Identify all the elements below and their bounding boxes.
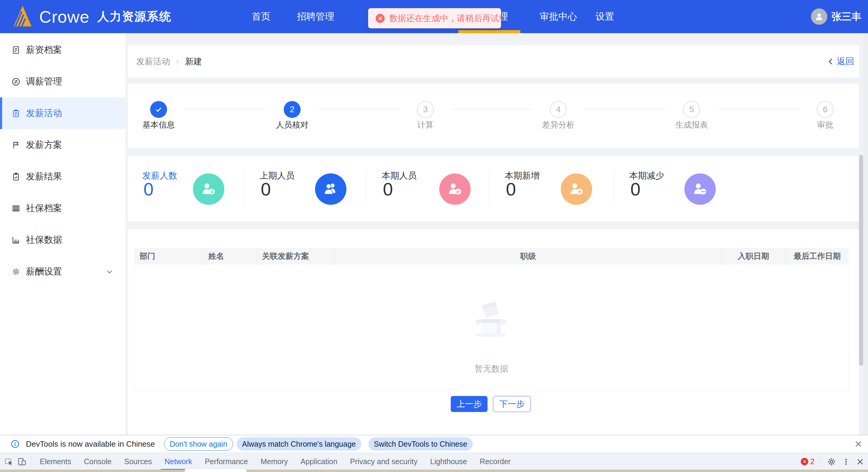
tab-network[interactable]: Network bbox=[158, 453, 199, 470]
next-step-button[interactable]: 下一步 bbox=[493, 396, 531, 412]
user-name: 张三丰 bbox=[832, 10, 861, 24]
sidebar-item-salary-adjust[interactable]: 调薪管理 bbox=[0, 66, 125, 97]
switch-to-chinese-button[interactable]: Switch DevTools to Chinese bbox=[368, 437, 473, 450]
inspect-element-icon[interactable] bbox=[4, 457, 13, 466]
sidebar-item-payroll-result[interactable]: 发薪结果 bbox=[0, 161, 125, 193]
step-5-circle: 5 bbox=[683, 101, 700, 118]
step-connector bbox=[585, 109, 665, 110]
breadcrumb-current: 新建 bbox=[185, 56, 202, 67]
binders-icon bbox=[11, 204, 21, 213]
steps-card: 基本信息 2 人员核对 3 计算 4 差异分析 5 生成报表 6 审批 bbox=[128, 84, 859, 148]
step-connector bbox=[185, 109, 266, 110]
tab-application[interactable]: Application bbox=[294, 453, 344, 470]
sidebar-item-salary-settings[interactable]: 薪酬设置 bbox=[0, 256, 125, 288]
person-plus-icon bbox=[561, 173, 592, 205]
step-connector bbox=[718, 109, 799, 110]
breadcrumb-parent[interactable]: 发薪活动 bbox=[136, 56, 170, 67]
step-1-circle bbox=[150, 101, 167, 118]
match-language-button[interactable]: Always match Chrome's language bbox=[237, 437, 361, 450]
bottom-popup-edge bbox=[185, 468, 247, 472]
tab-memory[interactable]: Memory bbox=[254, 453, 294, 470]
empty-box-illustration bbox=[470, 302, 513, 338]
gear-icon bbox=[11, 267, 21, 276]
bar-chart-icon bbox=[11, 236, 21, 244]
step-4-circle: 4 bbox=[550, 101, 567, 118]
sidebar-item-social-archive[interactable]: 社保档案 bbox=[0, 193, 125, 224]
sidebar: 薪资档案 调薪管理 发薪活动 发薪方案 发薪结果 社保档案 社保数 bbox=[0, 33, 125, 435]
tab-sources[interactable]: Sources bbox=[118, 453, 158, 470]
tab-performance[interactable]: Performance bbox=[198, 453, 254, 470]
devtools-infobar: DevTools is now available in Chinese Don… bbox=[0, 435, 868, 453]
info-icon bbox=[11, 440, 19, 448]
back-button[interactable]: 返回 bbox=[827, 45, 854, 78]
tab-console[interactable]: Console bbox=[78, 453, 118, 470]
devtools-panel: DevTools is now available in Chinese Don… bbox=[0, 435, 868, 472]
device-toolbar-icon[interactable] bbox=[18, 457, 27, 466]
avatar bbox=[811, 8, 827, 25]
person-minus-icon bbox=[684, 173, 716, 205]
scrollbar-thumb[interactable] bbox=[859, 155, 863, 366]
step-connector bbox=[452, 109, 532, 110]
toast-error: 数据还在生成中，请稍后再试! bbox=[368, 8, 501, 28]
sidebar-item-payroll-activity[interactable]: 发薪活动 bbox=[0, 97, 125, 129]
error-count-badge[interactable]: 2 bbox=[801, 457, 815, 466]
stat-value: 0 bbox=[630, 179, 640, 200]
column-header-hire-date[interactable]: 入职日期 bbox=[721, 248, 786, 265]
bottom-strip bbox=[0, 470, 868, 472]
active-indicator-bar bbox=[0, 97, 2, 129]
step-6-label: 审批 bbox=[792, 119, 858, 130]
sidebar-item-payroll-plan[interactable]: 发薪方案 bbox=[0, 129, 125, 161]
error-count: 2 bbox=[810, 457, 815, 466]
nav-item-settings[interactable]: 设置 bbox=[595, 0, 614, 33]
app-title: 人力资源系统 bbox=[97, 8, 172, 25]
people-icon bbox=[315, 173, 346, 205]
svg-text:¥: ¥ bbox=[211, 189, 213, 194]
step-number: 2 bbox=[290, 105, 294, 114]
devtools-more-menu-icon[interactable] bbox=[842, 458, 850, 466]
prev-step-button[interactable]: 上一步 bbox=[451, 396, 488, 412]
column-header-last-work-date[interactable]: 最后工作日期 bbox=[786, 248, 849, 265]
chevron-left-icon bbox=[827, 58, 835, 65]
column-header-grade[interactable]: 职级 bbox=[335, 248, 721, 265]
column-header-plan[interactable]: 关联发薪方案 bbox=[256, 248, 335, 265]
devtools-tabbar: Elements Console Sources Network Perform… bbox=[0, 453, 868, 470]
tab-lighthouse[interactable]: Lighthouse bbox=[424, 453, 473, 470]
active-nav-underline bbox=[458, 30, 520, 33]
scrollbar-track[interactable] bbox=[864, 33, 868, 435]
person-check-icon bbox=[439, 173, 471, 205]
nav-item-home[interactable]: 首页 bbox=[252, 0, 271, 33]
stat-value: 0 bbox=[261, 179, 271, 200]
tab-recorder[interactable]: Recorder bbox=[473, 453, 517, 470]
step-number: 6 bbox=[823, 105, 828, 114]
employee-table-card: 部门 姓名 关联发薪方案 职级 入职日期 最后工作日期 暂无数据 上一步 下一步 bbox=[128, 229, 859, 435]
nav-item-recruit[interactable]: 招聘管理 bbox=[297, 0, 334, 33]
toast-message: 数据还在生成中，请稍后再试! bbox=[389, 13, 501, 24]
brand-name: Crowe bbox=[39, 7, 90, 27]
column-header-name[interactable]: 姓名 bbox=[203, 248, 256, 265]
tab-privacy-security[interactable]: Privacy and security bbox=[344, 453, 424, 470]
divider bbox=[244, 170, 244, 204]
divider bbox=[31, 456, 31, 466]
error-icon bbox=[801, 458, 808, 465]
step-connector bbox=[319, 109, 399, 110]
dont-show-again-button[interactable]: Don't show again bbox=[164, 437, 233, 450]
column-header-department[interactable]: 部门 bbox=[134, 248, 203, 265]
user-menu[interactable]: 张三丰 bbox=[811, 0, 861, 33]
sidebar-item-social-data[interactable]: 社保数据 bbox=[0, 224, 125, 256]
sidebar-item-salary-archive[interactable]: 薪资档案 bbox=[0, 34, 125, 66]
breadcrumb-card: 发薪活动 新建 返回 bbox=[128, 45, 859, 78]
devtools-close-icon[interactable] bbox=[856, 458, 864, 466]
sidebar-item-label: 社保档案 bbox=[26, 202, 62, 214]
file-text-icon bbox=[11, 46, 21, 55]
empty-text: 暂无数据 bbox=[461, 363, 522, 375]
infobar-close-icon[interactable] bbox=[854, 440, 863, 448]
step-3-label: 计算 bbox=[392, 119, 459, 130]
tab-elements[interactable]: Elements bbox=[33, 453, 78, 470]
stat-value: 0 bbox=[383, 179, 393, 200]
table-header-row: 部门 姓名 关联发薪方案 职级 入职日期 最后工作日期 bbox=[134, 248, 849, 265]
step-number: 3 bbox=[423, 105, 428, 114]
step-3-circle: 3 bbox=[417, 101, 434, 118]
nav-item-approval[interactable]: 审批中心 bbox=[540, 0, 577, 33]
step-2-circle: 2 bbox=[284, 101, 301, 118]
devtools-settings-gear-icon[interactable] bbox=[827, 457, 836, 466]
